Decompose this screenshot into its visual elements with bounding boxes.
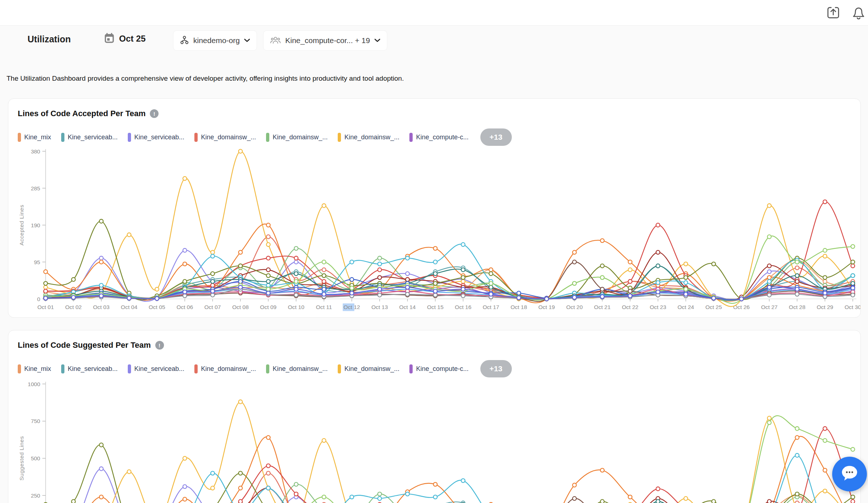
data-point[interactable] [405,286,409,289]
legend-item[interactable]: Kine_serviceab... [61,133,118,142]
data-point[interactable] [740,297,743,301]
data-point[interactable] [656,499,660,503]
data-point[interactable] [628,260,632,264]
data-point[interactable] [684,281,688,285]
data-point[interactable] [239,264,243,268]
data-point[interactable] [795,492,799,496]
data-point[interactable] [44,282,48,286]
data-point[interactable] [795,427,799,431]
data-point[interactable] [656,264,660,268]
data-point[interactable] [378,262,382,266]
data-point[interactable] [100,283,104,287]
data-point[interactable] [183,249,187,253]
data-point[interactable] [266,223,270,227]
data-point[interactable] [489,292,493,296]
legend-item[interactable]: Kine_serviceab... [61,364,118,373]
data-point[interactable] [239,250,243,254]
data-point[interactable] [433,260,437,264]
data-point[interactable] [44,296,48,300]
data-point[interactable] [851,293,855,297]
data-point[interactable] [211,471,215,475]
data-point[interactable] [378,492,382,496]
data-point[interactable] [378,496,382,500]
legend-item[interactable]: Kine_domainsw_... [338,133,399,142]
data-point[interactable] [573,295,577,299]
data-point[interactable] [294,293,298,297]
data-point[interactable] [767,499,771,503]
data-point[interactable] [183,290,187,294]
data-point[interactable] [266,287,270,291]
legend-overflow-badge[interactable]: +13 [480,128,512,146]
data-point[interactable] [100,256,104,260]
data-point[interactable] [378,287,382,291]
data-point[interactable] [183,456,187,460]
data-point[interactable] [433,495,437,499]
data-point[interactable] [294,482,298,486]
data-point[interactable] [100,260,104,264]
data-point[interactable] [851,282,855,286]
data-point[interactable] [72,499,76,503]
data-point[interactable] [294,272,298,276]
data-point[interactable] [767,276,771,280]
data-point[interactable] [767,279,771,283]
data-point[interactable] [322,279,326,283]
data-point[interactable] [489,272,493,276]
data-point[interactable] [322,439,326,443]
data-point[interactable] [211,486,215,490]
data-point[interactable] [155,297,159,301]
data-point[interactable] [322,260,326,264]
data-point[interactable] [684,276,688,280]
data-point[interactable] [601,264,604,268]
data-point[interactable] [601,239,604,243]
data-point[interactable] [461,279,465,283]
data-point[interactable] [266,256,270,260]
data-point[interactable] [322,287,326,291]
data-point[interactable] [656,281,660,285]
data-point[interactable] [712,499,716,503]
data-point[interactable] [239,486,243,490]
data-point[interactable] [851,495,855,499]
data-point[interactable] [489,268,493,272]
data-point[interactable] [294,246,298,250]
data-point[interactable] [489,282,493,286]
data-point[interactable] [767,270,771,274]
data-point[interactable] [823,468,827,472]
data-point[interactable] [573,496,577,500]
data-point[interactable] [573,483,577,487]
data-point[interactable] [795,279,799,283]
data-point[interactable] [823,249,827,253]
chart-suggested-canvas[interactable]: 2505007501000Suggested LinesOct 01Oct 02… [8,330,860,503]
data-point[interactable] [211,289,215,293]
data-point[interactable] [851,264,855,268]
data-point[interactable] [350,286,354,290]
data-point[interactable] [183,279,187,283]
data-point[interactable] [656,223,660,227]
data-point[interactable] [601,287,604,291]
data-point[interactable] [266,235,270,239]
info-icon[interactable]: ! [150,109,159,118]
data-point[interactable] [656,250,660,254]
data-point[interactable] [461,294,465,298]
export-tray-icon[interactable] [826,5,840,20]
data-point[interactable] [100,219,104,223]
data-point[interactable] [378,293,382,297]
data-point[interactable] [405,492,409,496]
data-point[interactable] [405,278,409,282]
data-point[interactable] [266,268,270,272]
data-point[interactable] [823,427,827,431]
data-point[interactable] [461,287,465,291]
data-point[interactable] [795,260,799,264]
data-point[interactable] [266,274,270,278]
data-point[interactable] [100,495,104,499]
data-point[interactable] [601,295,604,299]
legend-item[interactable]: Kine_compute-c... [409,133,468,142]
data-point[interactable] [489,286,493,289]
data-point[interactable] [656,487,660,491]
data-point[interactable] [239,471,243,475]
data-point[interactable] [628,294,632,298]
legend-item[interactable]: Kine_domainsw_... [266,133,328,142]
legend-item[interactable]: Kine_domainsw_... [338,364,399,373]
data-point[interactable] [795,501,799,503]
data-point[interactable] [266,464,270,468]
data-point[interactable] [239,149,243,153]
